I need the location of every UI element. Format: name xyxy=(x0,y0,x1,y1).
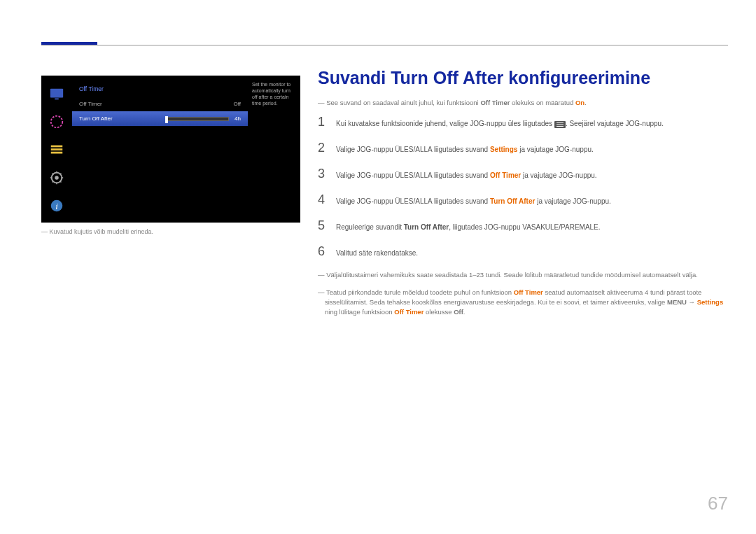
note-availability: See suvand on saadaval ainult juhul, kui… xyxy=(318,98,728,108)
svg-text:i: i xyxy=(55,202,58,211)
step-number: 6 xyxy=(318,244,336,259)
step-number: 2 xyxy=(318,141,336,155)
info-icon: i xyxy=(41,192,72,220)
menu-item-value: Off xyxy=(233,101,241,107)
osd-menu-desc: Set the monitor to automatically turn of… xyxy=(248,76,300,223)
page-title: Suvandi Turn Off After konfigureerimine xyxy=(318,68,728,88)
osd-menu-header: Off Timer xyxy=(72,81,248,97)
osd-menu-item-selected: Turn Off After 4h xyxy=(72,111,248,126)
step-text: Reguleerige suvandit Turn Off After, lii… xyxy=(336,220,601,232)
steps-list: 1 Kui kuvatakse funktsioonide juhend, va… xyxy=(318,115,728,259)
menu-icon-inline xyxy=(554,121,566,128)
menu-item-label: Turn Off After xyxy=(79,115,113,122)
step-text: Kui kuvatakse funktsioonide juhend, vali… xyxy=(336,116,664,129)
svg-rect-0 xyxy=(50,89,63,98)
top-divider xyxy=(41,45,728,45)
note-range: Väljalülitustaimeri vahemikuks saate sea… xyxy=(318,270,728,280)
step-5: 5 Reguleerige suvandit Turn Off After, l… xyxy=(318,218,728,233)
svg-rect-1 xyxy=(55,98,59,99)
svg-point-7 xyxy=(55,176,59,180)
menu-item-value: 4h xyxy=(234,115,241,122)
step-number: 5 xyxy=(318,218,336,233)
step-text: Valitud säte rakendatakse. xyxy=(336,246,418,258)
step-text: Valige JOG-nuppu ÜLES/ALLA liigutades su… xyxy=(336,142,594,155)
osd-menu-screenshot: i Off Timer Off Timer Off Turn Off After… xyxy=(41,76,300,223)
step-6: 6 Valitud säte rakendatakse. xyxy=(318,244,728,259)
step-3: 3 Valige JOG-nuppu ÜLES/ALLA liigutades … xyxy=(318,167,728,181)
svg-rect-5 xyxy=(51,152,63,154)
svg-rect-3 xyxy=(51,146,63,148)
slider-icon xyxy=(166,117,229,121)
osd-sidebar: i xyxy=(41,76,72,223)
main-content: Suvandi Turn Off After konfigureerimine … xyxy=(318,68,728,324)
options-icon xyxy=(41,136,72,164)
step-1: 1 Kui kuvatakse funktsioonide juhend, va… xyxy=(318,115,728,129)
osd-menu-item: Off Timer Off xyxy=(72,97,248,111)
step-text: Valige JOG-nuppu ÜLES/ALLA liigutades su… xyxy=(336,168,597,181)
osd-main: Off Timer Off Timer Off Turn Off After 4… xyxy=(72,76,300,223)
step-text: Valige JOG-nuppu ÜLES/ALLA liigutades su… xyxy=(336,194,611,206)
step-2: 2 Valige JOG-nuppu ÜLES/ALLA liigutades … xyxy=(318,141,728,155)
osd-menu-list: Off Timer Off Timer Off Turn Off After 4… xyxy=(72,76,248,223)
settings-icon xyxy=(41,164,72,192)
page-number: 67 xyxy=(708,493,728,514)
monitor-icon xyxy=(41,80,72,108)
menu-item-label: Off Timer xyxy=(79,101,102,107)
step-4: 4 Valige JOG-nuppu ÜLES/ALLA liigutades … xyxy=(318,192,728,207)
top-accent xyxy=(41,42,97,45)
note-region: Teatud piirkondade turule mõeldud toodet… xyxy=(318,288,728,318)
svg-rect-4 xyxy=(51,148,63,150)
image-caption: Kuvatud kujutis võib mudeliti erineda. xyxy=(41,228,153,235)
svg-point-2 xyxy=(51,116,63,128)
picture-icon xyxy=(41,108,72,136)
step-number: 4 xyxy=(318,192,336,207)
step-number: 1 xyxy=(318,115,336,129)
step-number: 3 xyxy=(318,167,336,181)
